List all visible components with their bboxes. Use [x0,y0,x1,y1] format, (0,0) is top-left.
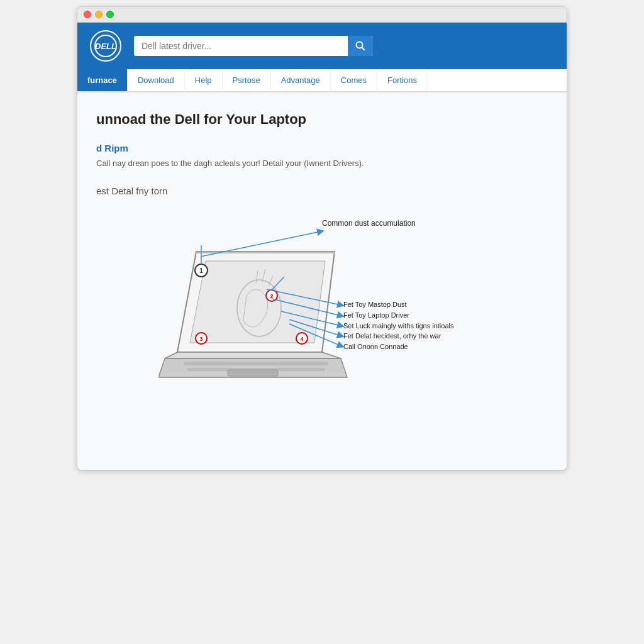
nav-item-advantage[interactable]: Advantage [271,69,331,91]
svg-marker-7 [165,352,341,358]
callout-common-dust: Common dust accumulation [322,219,416,228]
diagram-wrapper: 1 2 3 4 [146,214,511,428]
close-button[interactable] [84,11,91,18]
nav-bar: furnace Download Help Psrtose Advantage … [77,69,567,92]
page-content: unnoad the Dell for Your Laptop d Ripm C… [77,92,567,470]
svg-rect-6 [196,252,335,253]
svg-line-3 [362,48,365,51]
svg-text:DELL: DELL [95,42,116,51]
section-subtitle: d Ripm [96,143,548,153]
search-input[interactable] [134,36,348,56]
svg-rect-11 [228,370,278,376]
browser-window: DELL furnace Download Help Psrtose [77,6,567,470]
laptop-illustration: 1 2 3 4 [158,226,360,396]
svg-text:3: 3 [199,336,203,342]
title-bar [77,7,567,23]
search-button[interactable] [348,36,373,56]
nav-item-psrtose[interactable]: Psrtose [223,69,271,91]
svg-text:1: 1 [199,267,203,274]
section-label: est Detal fny torn [96,186,548,196]
nav-item-comes[interactable]: Comes [331,69,377,91]
callout-label-1: Fet Toy Mastop Dust [343,301,407,308]
header-bar: DELL [77,23,567,69]
nav-item-furnace[interactable]: furnace [77,69,128,91]
callout-label-5: Call Ononn Connade [343,343,408,350]
svg-rect-9 [184,362,328,365]
callout-label-2: Fet Toy Laptop Driver [343,311,409,319]
nav-item-help[interactable]: Help [185,69,223,91]
nav-item-fortions[interactable]: Fortions [377,69,428,91]
callout-label-3: Set Luck maingly withs tigns intioals [343,322,453,330]
diagram-container: 1 2 3 4 [96,208,548,440]
callout-label-4: Fet Delat hecidest, orhy the war [343,332,441,340]
svg-text:4: 4 [300,336,303,342]
page-title: unnoad the Dell for Your Laptop [96,111,548,128]
minimize-button[interactable] [95,11,103,18]
dell-logo: DELL [90,30,121,62]
nav-item-download[interactable]: Download [128,69,185,91]
maximize-button[interactable] [106,11,114,18]
section-desc: Call nay drean poes to the dagh acleals … [96,158,548,168]
svg-point-2 [357,42,363,48]
svg-text:2: 2 [270,293,273,299]
search-bar [134,36,373,56]
